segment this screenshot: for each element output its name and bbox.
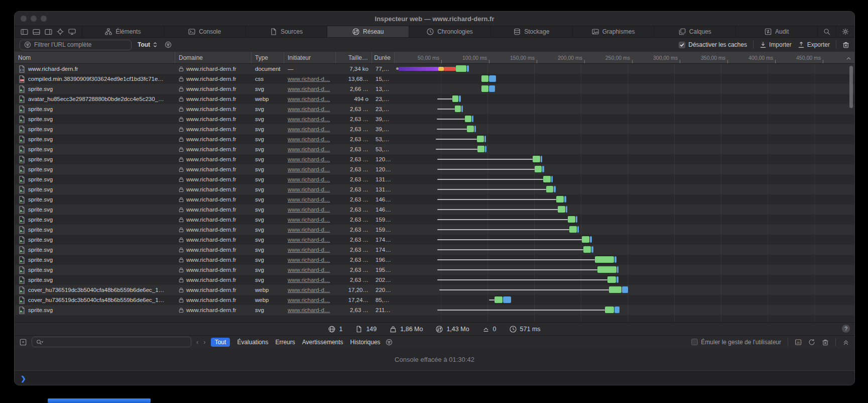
console-prompt[interactable]: ❯ bbox=[15, 370, 854, 385]
clear-network-items-button[interactable] bbox=[842, 41, 849, 48]
initiator-link[interactable]: www.richard-d… bbox=[288, 126, 330, 132]
waterfall-cell[interactable] bbox=[395, 94, 854, 104]
waterfall-cell[interactable] bbox=[395, 134, 854, 144]
tab-console[interactable]: Console bbox=[164, 26, 245, 37]
disable-caches-checkbox[interactable]: Désactiver les caches bbox=[679, 41, 747, 48]
table-row[interactable]: sprite.svgwww.richard-dern.frsvgwww.rich… bbox=[15, 255, 854, 265]
console-filter-options-button[interactable] bbox=[386, 339, 393, 346]
waterfall-cell[interactable] bbox=[395, 184, 854, 194]
waterfall-cell[interactable] bbox=[395, 194, 854, 205]
waterfall-cell[interactable] bbox=[395, 275, 854, 285]
find-previous-button[interactable]: ‹ bbox=[196, 338, 198, 346]
table-row[interactable]: sprite.svgwww.richard-dern.frsvgwww.rich… bbox=[15, 84, 854, 94]
console-search-input[interactable] bbox=[32, 337, 191, 347]
find-next-button[interactable]: › bbox=[203, 338, 205, 346]
tab-stockage[interactable]: Stockage bbox=[490, 26, 572, 37]
display-icon[interactable] bbox=[68, 28, 76, 35]
column-header-durée[interactable]: Durée bbox=[372, 52, 395, 63]
tab-reseau[interactable]: Réseau bbox=[327, 26, 409, 37]
help-button[interactable]: ? bbox=[842, 325, 850, 333]
table-row[interactable]: sprite.svgwww.richard-dern.frsvgwww.rich… bbox=[15, 184, 854, 194]
clear-console-button[interactable] bbox=[822, 339, 829, 346]
initiator-link[interactable]: www.richard-d… bbox=[288, 136, 330, 142]
table-row[interactable]: sprite.svgwww.richard-dern.frsvgwww.rich… bbox=[15, 154, 854, 164]
url-filter-input[interactable]: Filtrer l'URL complète bbox=[20, 40, 132, 50]
waterfall-cell[interactable] bbox=[395, 205, 854, 215]
table-row[interactable]: cover_hu736519dc3b5040cfa48b6b559b6de6ec… bbox=[15, 285, 854, 295]
initiator-link[interactable]: www.richard-d… bbox=[288, 227, 330, 233]
initiator-link[interactable]: www.richard-d… bbox=[288, 166, 330, 172]
initiator-link[interactable]: www.richard-d… bbox=[288, 146, 330, 152]
table-row[interactable]: www.richard-dern.frwww.richard-dern.frdo… bbox=[15, 64, 854, 74]
initiator-link[interactable]: www.richard-d… bbox=[288, 106, 330, 112]
initiator-link[interactable]: www.richard-d… bbox=[288, 247, 330, 253]
waterfall-cell[interactable] bbox=[395, 285, 854, 295]
waterfall-cell[interactable] bbox=[395, 74, 854, 84]
tab-graphismes[interactable]: Graphismes bbox=[572, 26, 654, 37]
console-mode-icon[interactable] bbox=[20, 339, 27, 346]
table-row[interactable]: sprite.svgwww.richard-dern.frsvgwww.rich… bbox=[15, 275, 854, 285]
initiator-link[interactable]: www.richard-d… bbox=[288, 257, 330, 263]
initiator-link[interactable]: www.richard-d… bbox=[288, 277, 330, 283]
initiator-link[interactable]: www.richard-d… bbox=[288, 196, 330, 203]
panel-bottom-icon[interactable] bbox=[33, 29, 40, 35]
collapse-waterfall-button[interactable] bbox=[846, 54, 851, 63]
export-button[interactable]: Exporter bbox=[798, 41, 830, 48]
waterfall-cell[interactable] bbox=[395, 265, 854, 275]
tab-elements[interactable]: Éléments bbox=[82, 26, 164, 37]
settings-button[interactable] bbox=[836, 26, 854, 37]
filter-options-button[interactable] bbox=[165, 41, 172, 48]
initiator-link[interactable]: www.richard-d… bbox=[288, 76, 330, 82]
waterfall-cell[interactable] bbox=[395, 114, 854, 124]
table-row[interactable]: CSScompiled.min.38390909f303624ed9e1cf1b… bbox=[15, 74, 854, 84]
column-header-nom[interactable]: Nom bbox=[15, 52, 175, 63]
waterfall-cell[interactable] bbox=[395, 154, 854, 164]
table-row[interactable]: sprite.svgwww.richard-dern.frsvgwww.rich… bbox=[15, 225, 854, 235]
tab-calques[interactable]: Calques bbox=[654, 26, 735, 37]
waterfall-cell[interactable] bbox=[395, 235, 854, 245]
table-row[interactable]: sprite.svgwww.richard-dern.frsvgwww.rich… bbox=[15, 235, 854, 245]
waterfall-cell[interactable] bbox=[395, 295, 854, 305]
waterfall-cell[interactable] bbox=[395, 124, 854, 134]
table-row[interactable]: avatar_hu85ecc3e298728880b0bde2dcc4e5c23… bbox=[15, 94, 854, 104]
waterfall-cell[interactable] bbox=[395, 144, 854, 154]
table-row[interactable]: sprite.svgwww.richard-dern.frsvgwww.rich… bbox=[15, 174, 854, 184]
table-row[interactable]: sprite.svgwww.richard-dern.frsvgwww.rich… bbox=[15, 124, 854, 134]
column-header-type[interactable]: Type bbox=[252, 52, 284, 63]
initiator-link[interactable]: www.richard-d… bbox=[288, 267, 330, 273]
initiator-link[interactable]: www.richard-d… bbox=[288, 237, 330, 243]
column-header-domaine[interactable]: Domaine bbox=[175, 52, 252, 63]
table-row[interactable]: sprite.svgwww.richard-dern.frsvgwww.rich… bbox=[15, 215, 854, 225]
vertical-scrollbar[interactable] bbox=[849, 66, 853, 108]
waterfall-cell[interactable] bbox=[395, 245, 854, 255]
crosshair-icon[interactable] bbox=[57, 28, 64, 35]
tab-chronologies[interactable]: Chronologies bbox=[409, 26, 490, 37]
waterfall-cell[interactable] bbox=[395, 174, 854, 184]
table-row[interactable]: sprite.svgwww.richard-dern.frsvgwww.rich… bbox=[15, 104, 854, 114]
waterfall-cell[interactable] bbox=[395, 215, 854, 225]
waterfall-cell[interactable] bbox=[395, 64, 854, 74]
initiator-link[interactable]: www.richard-d… bbox=[288, 297, 330, 303]
waterfall-cell[interactable] bbox=[395, 305, 854, 315]
table-row[interactable]: sprite.svgwww.richard-dern.frsvgwww.rich… bbox=[15, 205, 854, 215]
waterfall-cell[interactable] bbox=[395, 84, 854, 94]
show-javascript-context-button[interactable]: JS bbox=[795, 339, 802, 346]
console-filter-evaluations[interactable]: Évaluations bbox=[237, 339, 268, 346]
console-filter-tout[interactable]: Tout bbox=[211, 338, 230, 347]
resource-type-select[interactable]: Tout bbox=[138, 41, 159, 48]
title-bar[interactable]: Inspecteur web — www.richard-dern.fr bbox=[15, 12, 854, 26]
panel-left-icon[interactable] bbox=[21, 29, 28, 35]
table-row[interactable]: sprite.svgwww.richard-dern.frsvgwww.rich… bbox=[15, 194, 854, 205]
table-row[interactable]: sprite.svgwww.richard-dern.frsvgwww.rich… bbox=[15, 245, 854, 255]
initiator-link[interactable]: www.richard-d… bbox=[288, 96, 330, 102]
initiator-link[interactable]: www.richard-d… bbox=[288, 307, 330, 313]
import-button[interactable]: Importer bbox=[760, 41, 792, 48]
table-row[interactable]: sprite.svgwww.richard-dern.frsvgwww.rich… bbox=[15, 144, 854, 154]
initiator-link[interactable]: www.richard-d… bbox=[288, 207, 330, 213]
tab-sources[interactable]: Sources bbox=[245, 26, 327, 37]
emulate-user-gesture-checkbox[interactable]: Émuler le geste de l'utilisateur bbox=[691, 339, 781, 346]
waterfall-cell[interactable] bbox=[395, 164, 854, 174]
console-filter-historiques[interactable]: Historiques bbox=[350, 339, 381, 346]
initiator-link[interactable]: www.richard-d… bbox=[288, 176, 330, 182]
table-row[interactable]: sprite.svgwww.richard-dern.frsvgwww.rich… bbox=[15, 114, 854, 124]
